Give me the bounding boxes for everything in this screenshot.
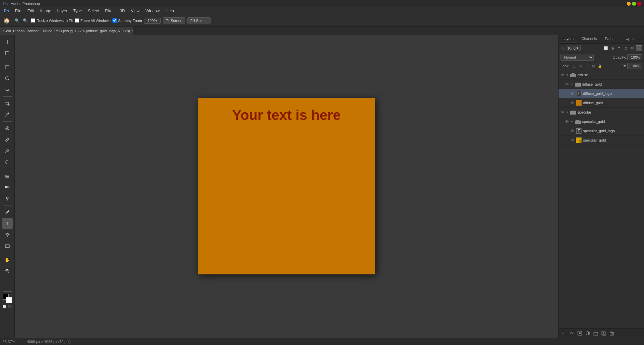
lasso-tool[interactable] <box>2 73 13 84</box>
pen-tool[interactable] <box>2 207 13 217</box>
filter-pixel-button[interactable]: ⬜ <box>603 45 609 51</box>
visibility-specular[interactable]: 👁 <box>560 110 564 115</box>
filter-toggle-button[interactable]: ○ <box>636 45 642 51</box>
expand-diffuse-gold-group[interactable]: ▾ <box>570 83 573 86</box>
color-swatches[interactable] <box>3 294 12 303</box>
new-layer-button[interactable] <box>600 330 607 337</box>
healing-brush-tool[interactable] <box>2 123 13 134</box>
visibility-specular-gold-group[interactable]: 👁 <box>564 119 569 124</box>
lock-image-button[interactable]: ✏ <box>578 63 583 69</box>
delete-layer-button[interactable] <box>608 330 615 337</box>
eraser-tool[interactable] <box>2 171 13 181</box>
menu-type[interactable]: Type <box>71 8 84 14</box>
fill-input[interactable] <box>627 63 642 69</box>
hand-tool[interactable]: ✋ <box>2 254 13 265</box>
layer-item-diffuse-gold-group[interactable]: 👁 ▾ diffuse_gold <box>559 80 644 89</box>
clone-stamp-tool[interactable] <box>2 146 13 156</box>
crop-tool[interactable] <box>2 98 13 109</box>
zoom-in-button[interactable]: 🔍 <box>13 17 21 24</box>
lock-artboard-button[interactable]: ⊡ <box>591 63 596 69</box>
panel-close-button[interactable]: ✕ <box>631 36 636 42</box>
expand-diffuse[interactable]: ▾ <box>565 73 569 77</box>
link-layers-button[interactable]: ∞ <box>561 330 567 337</box>
menu-file[interactable]: File <box>12 8 24 14</box>
dodge-tool[interactable] <box>2 193 13 204</box>
path-selection-tool[interactable] <box>2 229 13 240</box>
move-tool[interactable]: ✛ <box>2 37 13 47</box>
filter-kind-dropdown[interactable]: Kind ▾ <box>566 45 581 51</box>
minimize-button[interactable] <box>627 2 631 6</box>
layer-item-diffuse-gold-logo[interactable]: 👁 T diffuse_gold_logo <box>559 89 644 98</box>
menu-ps[interactable]: Ps <box>1 8 12 14</box>
brush-tool[interactable] <box>2 134 13 145</box>
layer-item-diffuse[interactable]: 👁 ▾ diffuse <box>559 70 644 80</box>
panel-collapse-button[interactable]: ◀ <box>625 36 630 42</box>
menu-image[interactable]: Image <box>38 8 54 14</box>
zoom-all-windows-checkbox[interactable] <box>75 18 79 23</box>
menu-3d[interactable]: 3D <box>117 8 127 14</box>
lock-position-button[interactable]: ✛ <box>584 63 590 69</box>
tab-paths[interactable]: Paths <box>601 35 618 43</box>
filter-type-button[interactable]: T <box>616 45 622 51</box>
layer-item-specular[interactable]: 👁 ▾ specular <box>559 108 644 117</box>
rectangular-marquee-tool[interactable] <box>2 62 13 72</box>
gradient-tool[interactable] <box>2 182 13 192</box>
menu-window[interactable]: Window <box>143 8 162 14</box>
document-tab[interactable]: Gold_Ribbon_Banner_Curved_PSD.psd @ 16.7… <box>0 27 133 35</box>
new-group-button[interactable] <box>592 330 599 337</box>
menu-view[interactable]: View <box>128 8 142 14</box>
extra-tools[interactable]: ··· <box>2 279 13 290</box>
type-tool[interactable]: T <box>2 218 13 229</box>
filter-adjustment-button[interactable]: ◑ <box>609 45 615 51</box>
zoom-input[interactable] <box>144 18 161 24</box>
layer-item-specular-gold-group[interactable]: 👁 ▾ specular_gold <box>559 117 644 126</box>
eyedropper-tool[interactable] <box>2 109 13 120</box>
artboard-tool[interactable] <box>2 48 13 59</box>
layer-item-diffuse-gold-fill[interactable]: 👁 diffuse_gold <box>559 98 644 108</box>
visibility-diffuse-gold-logo[interactable]: 👁 <box>570 91 574 96</box>
quick-mask-button[interactable]: ⬜ <box>2 304 7 309</box>
layer-item-specular-gold-logo[interactable]: 👁 T specular_gold_logo <box>559 126 644 136</box>
rectangle-tool[interactable] <box>2 241 13 251</box>
lock-transparent-button[interactable]: ⬚ <box>572 63 577 69</box>
visibility-diffuse[interactable]: 👁 <box>560 73 564 77</box>
expand-specular-gold-group[interactable]: ▾ <box>570 120 573 123</box>
maximize-button[interactable] <box>632 2 636 6</box>
background-color[interactable] <box>6 297 12 303</box>
visibility-diffuse-gold-fill[interactable]: 👁 <box>570 101 574 105</box>
zoom-tool[interactable] <box>2 266 13 276</box>
tab-channels[interactable]: Channels <box>577 35 601 43</box>
resize-windows-check[interactable]: Resize Windows to Fit <box>31 18 73 23</box>
menu-layer[interactable]: Layer <box>55 8 70 14</box>
zoom-all-windows-check[interactable]: Zoom All Windows <box>75 18 110 23</box>
opacity-input[interactable] <box>627 54 642 60</box>
zoom-out-button[interactable]: 🔍 <box>22 17 29 24</box>
visibility-specular-gold-logo[interactable]: 👁 <box>570 129 574 133</box>
visibility-diffuse-gold-group[interactable]: 👁 <box>564 82 569 87</box>
add-mask-button[interactable] <box>576 330 583 337</box>
layer-fx-button[interactable]: fx <box>568 330 575 337</box>
menu-select[interactable]: Select <box>85 8 101 14</box>
screen-mode-button[interactable]: ⬛ <box>8 304 12 309</box>
visibility-specular-gold-fill[interactable]: 👁 <box>570 138 574 143</box>
tab-layers[interactable]: Layers <box>559 35 577 43</box>
quick-select-tool[interactable] <box>2 84 13 95</box>
resize-windows-checkbox[interactable] <box>31 18 35 23</box>
filter-smart-button[interactable]: ⊡ <box>629 45 635 51</box>
filter-shape-button[interactable]: ◻ <box>623 45 629 51</box>
expand-specular[interactable]: ▾ <box>565 111 569 114</box>
canvas-area[interactable]: Your text is here <box>15 35 558 338</box>
layer-item-specular-gold-fill[interactable]: 👁 specular_gold <box>559 136 644 145</box>
close-button[interactable] <box>637 2 641 6</box>
history-brush-tool[interactable] <box>2 157 13 168</box>
home-button[interactable]: 🏠 <box>2 16 11 25</box>
lock-all-button[interactable]: 🔒 <box>597 63 602 69</box>
panel-menu-button[interactable]: ☰ <box>637 36 642 42</box>
blend-mode-select[interactable]: Normal Multiply Screen Overlay <box>561 54 594 61</box>
fill-screen-button[interactable]: Fill Screen <box>187 17 211 24</box>
new-adjustment-button[interactable] <box>584 330 591 337</box>
menu-help[interactable]: Help <box>163 8 177 14</box>
scrubby-zoom-check[interactable]: Scrubby Zoom <box>112 18 142 23</box>
menu-filter[interactable]: Filter <box>102 8 116 14</box>
scrubby-zoom-checkbox[interactable] <box>112 18 117 23</box>
